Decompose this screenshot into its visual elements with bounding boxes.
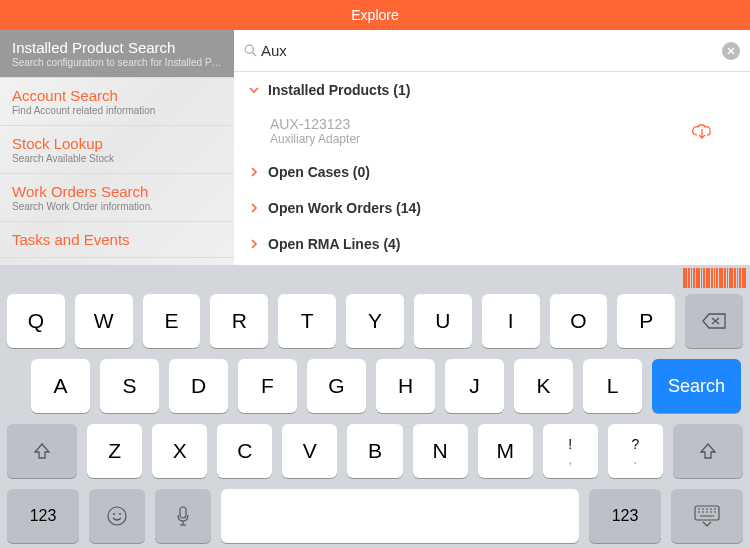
key-p[interactable]: P bbox=[617, 294, 675, 348]
key-t[interactable]: T bbox=[278, 294, 336, 348]
keyboard-top-bar bbox=[0, 265, 750, 290]
chevron-right-icon bbox=[248, 238, 260, 250]
key-f[interactable]: F bbox=[238, 359, 297, 413]
key-u[interactable]: U bbox=[414, 294, 472, 348]
key-space[interactable] bbox=[221, 489, 579, 543]
key-c[interactable]: C bbox=[217, 424, 272, 478]
sidebar-item-stock-lookup[interactable]: Stock Lookup Search Available Stock bbox=[0, 126, 234, 174]
key-n[interactable]: N bbox=[413, 424, 468, 478]
section-open-rma-lines[interactable]: Open RMA Lines (4) bbox=[234, 226, 750, 262]
keyboard-row-2: A S D F G H J K L Search bbox=[5, 359, 745, 413]
sidebar-item-label: Account Search bbox=[12, 87, 222, 104]
search-icon bbox=[244, 44, 257, 57]
key-o[interactable]: O bbox=[550, 294, 608, 348]
sidebar-item-work-orders-search[interactable]: Work Orders Search Search Work Order inf… bbox=[0, 174, 234, 222]
key-top: ? bbox=[631, 437, 639, 451]
clear-search-button[interactable] bbox=[722, 42, 740, 60]
keyboard-rows: Q W E R T Y U I O P A S D F G H J K L Se… bbox=[0, 290, 750, 548]
keyboard-row-3: Z X C V B N M ! , ? . bbox=[5, 424, 745, 478]
result-sub: Auxiliary Adapter bbox=[270, 132, 360, 146]
sidebar-item-installed-product-search[interactable]: Installed Product Search Search configur… bbox=[0, 30, 234, 78]
sidebar-item-label: Work Orders Search bbox=[12, 183, 222, 200]
key-d[interactable]: D bbox=[169, 359, 228, 413]
sidebar-item-label: Stock Lookup bbox=[12, 135, 222, 152]
key-backspace[interactable] bbox=[685, 294, 743, 348]
main-panel: Installed Products (1) AUX-123123 Auxili… bbox=[234, 30, 750, 265]
sidebar: Installed Product Search Search configur… bbox=[0, 30, 234, 265]
search-row bbox=[234, 30, 750, 72]
result-text: AUX-123123 Auxiliary Adapter bbox=[270, 116, 360, 146]
chevron-right-icon bbox=[248, 202, 260, 214]
sidebar-item-sub: Find Account related information bbox=[12, 105, 222, 116]
chevron-down-icon bbox=[248, 84, 260, 96]
svg-point-0 bbox=[245, 45, 253, 53]
key-bot: . bbox=[634, 453, 638, 466]
section-open-work-orders[interactable]: Open Work Orders (14) bbox=[234, 190, 750, 226]
key-a[interactable]: A bbox=[31, 359, 90, 413]
key-shift-right[interactable] bbox=[673, 424, 743, 478]
key-search[interactable]: Search bbox=[652, 359, 741, 413]
section-installed-products[interactable]: Installed Products (1) bbox=[234, 72, 750, 108]
svg-point-7 bbox=[108, 507, 126, 525]
header-title: Explore bbox=[351, 7, 398, 23]
key-numbers-right[interactable]: 123 bbox=[589, 489, 661, 543]
keyboard-row-4: 123 123 bbox=[5, 489, 745, 543]
sidebar-item-label: Tasks and Events bbox=[12, 231, 222, 248]
content-area: Installed Product Search Search configur… bbox=[0, 30, 750, 265]
key-top: ! bbox=[568, 437, 572, 451]
sidebar-item-account-search[interactable]: Account Search Find Account related info… bbox=[0, 78, 234, 126]
result-title: AUX-123123 bbox=[270, 116, 360, 132]
section-label: Installed Products (1) bbox=[268, 82, 410, 98]
key-comma[interactable]: ! , bbox=[543, 424, 598, 478]
key-v[interactable]: V bbox=[282, 424, 337, 478]
cloud-download-icon[interactable] bbox=[690, 121, 714, 141]
app-header: Explore bbox=[0, 0, 750, 30]
svg-point-8 bbox=[113, 513, 115, 515]
key-r[interactable]: R bbox=[210, 294, 268, 348]
section-label: Open RMA Lines (4) bbox=[268, 236, 401, 252]
search-input[interactable] bbox=[261, 42, 722, 59]
key-j[interactable]: J bbox=[445, 359, 504, 413]
svg-point-9 bbox=[119, 513, 121, 515]
svg-line-1 bbox=[253, 53, 257, 57]
sidebar-item-tasks-events[interactable]: Tasks and Events bbox=[0, 222, 234, 258]
sidebar-item-sub: Search configuration to search for Insta… bbox=[12, 57, 222, 68]
key-g[interactable]: G bbox=[307, 359, 366, 413]
keyboard-row-1: Q W E R T Y U I O P bbox=[5, 294, 745, 348]
keyboard: Q W E R T Y U I O P A S D F G H J K L Se… bbox=[0, 265, 750, 548]
key-l[interactable]: L bbox=[583, 359, 642, 413]
key-y[interactable]: Y bbox=[346, 294, 404, 348]
key-dictation[interactable] bbox=[155, 489, 211, 543]
key-w[interactable]: W bbox=[75, 294, 133, 348]
section-label: Open Cases (0) bbox=[268, 164, 370, 180]
section-label: Open Work Orders (14) bbox=[268, 200, 421, 216]
key-x[interactable]: X bbox=[152, 424, 207, 478]
svg-rect-13 bbox=[695, 506, 719, 520]
key-numbers-left[interactable]: 123 bbox=[7, 489, 79, 543]
svg-rect-10 bbox=[180, 507, 186, 518]
key-period[interactable]: ? . bbox=[608, 424, 663, 478]
key-i[interactable]: I bbox=[482, 294, 540, 348]
key-shift-left[interactable] bbox=[7, 424, 77, 478]
key-h[interactable]: H bbox=[376, 359, 435, 413]
key-s[interactable]: S bbox=[100, 359, 159, 413]
sidebar-item-label: Installed Product Search bbox=[12, 39, 222, 56]
barcode-icon[interactable] bbox=[683, 268, 746, 288]
key-q[interactable]: Q bbox=[7, 294, 65, 348]
section-open-cases[interactable]: Open Cases (0) bbox=[234, 154, 750, 190]
chevron-right-icon bbox=[248, 166, 260, 178]
key-b[interactable]: B bbox=[347, 424, 402, 478]
key-m[interactable]: M bbox=[478, 424, 533, 478]
result-item[interactable]: AUX-123123 Auxiliary Adapter bbox=[234, 108, 750, 154]
key-z[interactable]: Z bbox=[87, 424, 142, 478]
key-dismiss-keyboard[interactable] bbox=[671, 489, 743, 543]
key-k[interactable]: K bbox=[514, 359, 573, 413]
key-emoji[interactable] bbox=[89, 489, 145, 543]
key-bot: , bbox=[568, 453, 572, 466]
key-e[interactable]: E bbox=[143, 294, 201, 348]
sidebar-item-sub: Search Available Stock bbox=[12, 153, 222, 164]
sidebar-item-sub: Search Work Order information. bbox=[12, 201, 222, 212]
